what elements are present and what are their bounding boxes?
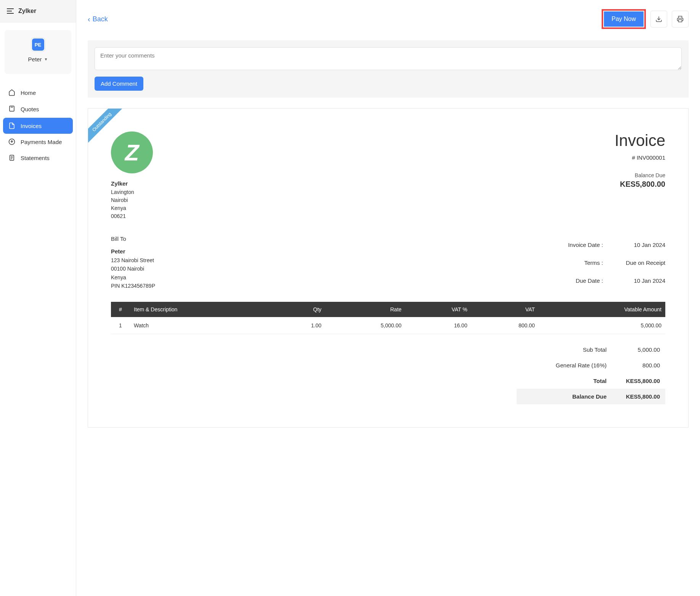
pay-now-highlight: Pay Now [602,9,646,29]
bill-to-address: 123 Nairobi Street 00100 Nairobi Kenya P… [111,256,155,290]
status-ribbon: Outstanding [88,109,126,147]
bill-to-label: Bill To [111,236,155,242]
items-table: # Item & Description Qty Rate VAT % VAT … [111,302,665,334]
invoice-date-label: Invoice Date : [568,242,603,254]
user-card: PE Peter ▼ [5,30,71,74]
invoice-number: # INV000001 [615,154,665,161]
balance-due-row: Balance Due KES5,800.00 [517,389,665,404]
invoice-card: Outstanding Z Zylker Lavington Nairobi K… [88,108,689,428]
sidebar: Zylker PE Peter ▼ Home Quotes [0,0,76,596]
sidebar-header: Zylker [0,0,76,22]
username-label: Peter [28,56,42,62]
balance-due-amount: KES5,800.00 [615,180,665,189]
th-item: Item & Description [130,302,275,317]
file-icon [8,122,15,129]
download-icon [655,16,662,22]
username-dropdown[interactable]: Peter ▼ [28,56,48,62]
invoice-header: Z Zylker Lavington Nairobi Kenya 00621 I… [111,131,665,220]
document-icon [8,154,15,161]
total-row: Total KES5,800.00 [517,373,665,389]
topbar: ‹ Back Pay Now [88,9,689,29]
sidebar-item-payments[interactable]: Payments Made [3,134,73,150]
logo-letter: Z [125,139,139,166]
sidebar-item-label: Invoices [21,123,42,129]
download-button[interactable] [650,11,667,27]
hamburger-icon[interactable] [7,8,14,14]
calculator-icon [8,105,15,113]
terms-label: Terms : [568,260,603,272]
rate-row: General Rate (16%) 800.00 [517,357,665,373]
upload-icon [8,138,15,145]
th-num: # [111,302,130,317]
due-date-label: Due Date : [568,277,603,290]
print-icon [677,16,684,22]
chevron-left-icon: ‹ [88,15,90,24]
svg-rect-0 [10,106,14,111]
action-bar: Pay Now [602,9,689,29]
invoice-meta: Invoice Date : 10 Jan 2024 Terms : Due o… [568,242,665,290]
th-qty: Qty [275,302,325,317]
terms-value: Due on Receipt [626,260,665,272]
table-row: 1 Watch 1.00 5,000.00 16.00 800.00 5,000… [111,317,665,334]
sidebar-item-quotes[interactable]: Quotes [3,101,73,118]
caret-down-icon: ▼ [44,57,48,61]
th-vatable: Vatable Amount [539,302,665,317]
total-value: KES5,800.00 [607,378,660,384]
add-comment-button[interactable]: Add Comment [95,77,143,91]
home-icon [8,89,15,96]
invoice-date-value: 10 Jan 2024 [626,242,665,254]
company-address: Lavington Nairobi Kenya 00621 [111,188,153,220]
sidebar-item-label: Statements [21,155,50,161]
main-content: ‹ Back Pay Now Add Comment Outstand [76,0,700,596]
print-button[interactable] [672,11,689,27]
brand-name: Zylker [18,8,36,14]
totals-block: Sub Total 5,000.00 General Rate (16%) 80… [517,342,665,404]
back-button[interactable]: ‹ Back [88,15,108,24]
th-vat-pct: VAT % [405,302,471,317]
comments-section: Add Comment [88,40,689,98]
invoice-title-block: Invoice # INV000001 Balance Due KES5,800… [615,131,665,189]
comments-textarea[interactable] [95,47,682,70]
subtotal-row: Sub Total 5,000.00 [517,342,665,357]
table-header-row: # Item & Description Qty Rate VAT % VAT … [111,302,665,317]
subtotal-label: Sub Total [522,346,607,353]
balance-due-value: KES5,800.00 [607,393,660,400]
rate-value: 800.00 [607,362,660,368]
nav: Home Quotes Invoices Payments Made [0,82,76,169]
sidebar-item-statements[interactable]: Statements [3,150,73,166]
ribbon-text: Outstanding [88,109,124,144]
due-date-value: 10 Jan 2024 [626,277,665,290]
bill-to-block: Bill To Peter 123 Nairobi Street 00100 N… [111,236,155,290]
sidebar-item-home[interactable]: Home [3,85,73,101]
th-vat: VAT [471,302,539,317]
subtotal-value: 5,000.00 [607,346,660,353]
svg-rect-12 [679,20,682,22]
balance-due-label: Balance Due [615,172,665,178]
sidebar-item-invoices[interactable]: Invoices [3,118,73,134]
sidebar-item-label: Payments Made [21,139,62,145]
sidebar-item-label: Home [21,90,36,96]
total-label: Total [522,378,607,384]
avatar: PE [31,38,45,51]
balance-due-label: Balance Due [522,393,607,400]
company-name: Zylker [111,180,153,187]
bill-section: Bill To Peter 123 Nairobi Street 00100 N… [111,236,665,290]
sidebar-item-label: Quotes [21,106,39,112]
th-rate: Rate [325,302,405,317]
back-label: Back [93,15,108,23]
pay-now-button[interactable]: Pay Now [604,11,644,27]
rate-label: General Rate (16%) [522,362,607,368]
bill-to-name: Peter [111,248,155,255]
invoice-title: Invoice [615,131,665,150]
